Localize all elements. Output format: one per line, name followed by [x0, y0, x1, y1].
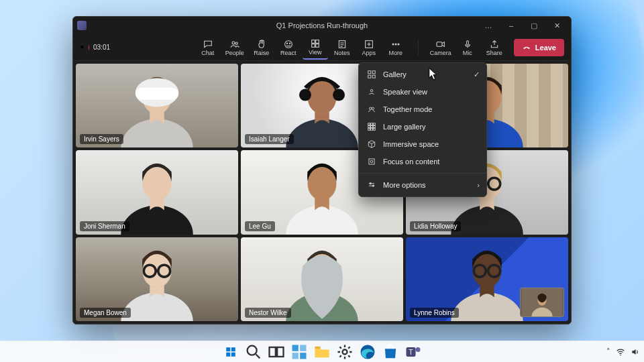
meeting-timer: 03:01 — [93, 44, 110, 51]
view-dropdown: GallerySpeaker viewTogether modeLarge ga… — [358, 62, 487, 197]
people-button[interactable]: People — [222, 36, 248, 60]
svg-point-22 — [299, 89, 311, 101]
view-menu-together[interactable]: Together mode — [359, 101, 486, 118]
taskbar: T ˄ — [0, 341, 644, 362]
mouse-cursor — [429, 68, 438, 81]
grid-icon — [367, 70, 376, 79]
svg-rect-77 — [300, 353, 306, 359]
menu-separator — [359, 173, 486, 174]
participant-name: Nestor Wilke — [245, 308, 291, 318]
svg-point-23 — [333, 89, 345, 101]
volume-icon[interactable] — [631, 347, 640, 357]
apps-button[interactable]: Apps — [356, 36, 382, 60]
participant-tile[interactable]: Joni Sherman — [76, 150, 238, 234]
participant-tile[interactable]: Lynne Robins — [406, 237, 568, 321]
participant-tile[interactable]: Nestor Wilke — [241, 237, 403, 321]
maximize-button[interactable]: ▢ — [523, 17, 545, 34]
leave-button[interactable]: Leave — [514, 39, 564, 56]
svg-rect-57 — [368, 126, 370, 128]
teams-meeting-window: Q1 Projections Run-through … – ▢ ✕ 03:01… — [72, 16, 572, 324]
more-button[interactable]: More — [383, 36, 409, 60]
meeting-status: 03:01 — [80, 44, 110, 51]
view-menu-grid[interactable]: Gallery — [359, 66, 486, 83]
svg-rect-19 — [136, 88, 178, 100]
view-menu-focus[interactable]: Focus on content — [359, 153, 486, 170]
widgets-button[interactable] — [290, 343, 309, 361]
view-button[interactable]: View — [303, 36, 328, 60]
participant-name: Lee Gu — [245, 221, 275, 231]
wifi-icon[interactable] — [616, 347, 625, 357]
notes-button[interactable]: Notes — [329, 36, 355, 60]
teams-app-icon — [77, 21, 87, 30]
svg-point-65 — [370, 183, 371, 184]
window-title: Q1 Projections Run-through — [276, 21, 368, 29]
participant-name: Joni Sherman — [80, 221, 129, 231]
svg-point-71 — [248, 345, 257, 355]
svg-rect-56 — [373, 123, 375, 125]
store-button[interactable] — [381, 343, 400, 361]
tray-chevron-icon[interactable]: ˄ — [606, 347, 610, 356]
edge-button[interactable] — [358, 343, 377, 361]
speaker-icon — [367, 87, 376, 97]
svg-point-20 — [286, 119, 358, 147]
svg-point-29 — [308, 167, 337, 200]
participant-name: Lidia Holloway — [410, 221, 461, 231]
leave-icon — [522, 43, 531, 52]
react-button[interactable]: React — [276, 36, 301, 60]
svg-point-26 — [121, 206, 193, 235]
svg-rect-78 — [315, 346, 321, 349]
participant-tile[interactable]: Megan Bowen — [76, 237, 238, 321]
svg-point-0 — [232, 42, 235, 44]
participant-name: Lynne Robins — [410, 308, 459, 318]
view-menu-more-options[interactable]: More options — [359, 176, 486, 194]
system-tray[interactable]: ˄ — [606, 347, 640, 357]
svg-point-21 — [308, 80, 337, 114]
titlebar-more-button[interactable]: … — [477, 17, 500, 34]
svg-point-30 — [451, 206, 523, 235]
svg-point-1 — [235, 42, 237, 44]
teams-button[interactable]: T — [404, 343, 423, 361]
svg-rect-5 — [311, 40, 315, 43]
minimize-button[interactable]: – — [500, 17, 523, 34]
together-icon — [367, 105, 376, 114]
svg-rect-55 — [371, 123, 373, 125]
camera-button[interactable]: Camera — [428, 36, 453, 60]
svg-rect-58 — [371, 126, 373, 128]
view-menu-speaker[interactable]: Speaker view — [359, 83, 486, 101]
svg-rect-60 — [368, 128, 370, 130]
svg-rect-75 — [300, 345, 306, 351]
svg-rect-70 — [231, 352, 235, 356]
view-menu-cube[interactable]: Immersive space — [359, 135, 486, 153]
svg-point-84 — [620, 354, 621, 355]
file-explorer-button[interactable] — [313, 343, 331, 361]
view-menu-large-grid[interactable]: Large gallery — [359, 118, 486, 135]
task-view-button[interactable] — [267, 343, 286, 361]
video-gallery: Irvin Sayers Isaiah Langer Joni Sherman … — [73, 61, 571, 324]
svg-point-4 — [289, 43, 290, 44]
svg-rect-48 — [372, 71, 375, 74]
more-icon — [390, 39, 401, 50]
close-button[interactable]: ✕ — [545, 17, 568, 34]
settings-button[interactable] — [335, 343, 354, 361]
svg-point-51 — [370, 90, 373, 93]
chat-button[interactable]: Chat — [195, 36, 221, 60]
mic-button[interactable]: Mic — [455, 36, 480, 60]
svg-point-34 — [121, 292, 193, 321]
start-button[interactable] — [221, 343, 240, 361]
svg-point-40 — [451, 292, 523, 321]
participant-tile[interactable]: Irvin Sayers — [76, 64, 238, 147]
svg-rect-6 — [315, 40, 319, 43]
raise-hand-button[interactable]: Raise — [249, 36, 274, 60]
svg-rect-68 — [231, 347, 235, 351]
people-icon — [229, 39, 240, 50]
svg-rect-47 — [368, 71, 371, 74]
self-preview[interactable] — [520, 288, 564, 317]
svg-point-16 — [121, 119, 193, 147]
toolbar-separator — [418, 40, 419, 56]
notes-icon — [337, 39, 347, 50]
search-button[interactable] — [244, 343, 263, 361]
share-icon — [489, 39, 500, 50]
share-button[interactable]: Share — [482, 36, 507, 60]
svg-rect-15 — [466, 40, 468, 45]
participant-name: Irvin Sayers — [80, 134, 123, 144]
